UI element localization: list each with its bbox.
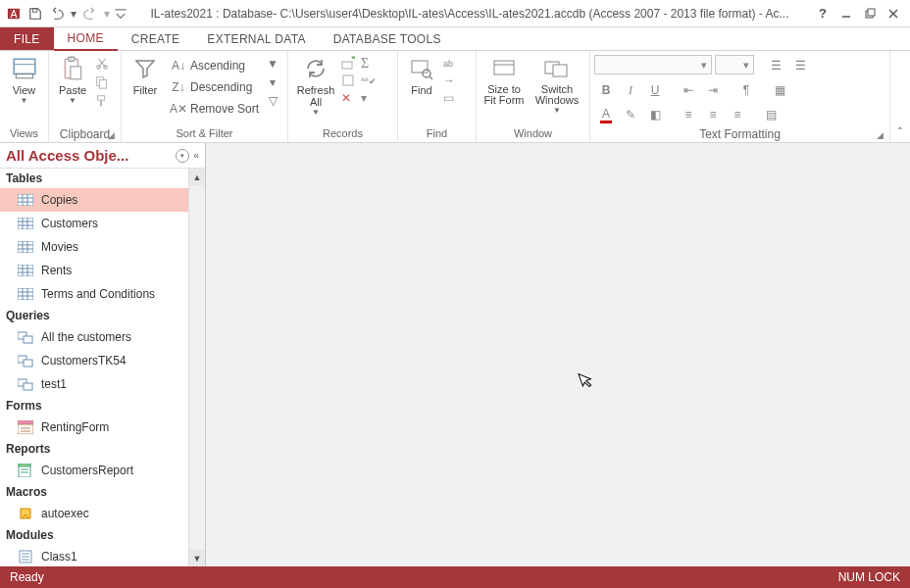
find-button[interactable]: Find — [402, 53, 441, 96]
nav-section-forms[interactable]: Forms« — [0, 396, 205, 416]
alternate-row-color-icon[interactable]: ▤ — [759, 104, 783, 125]
bullets-icon[interactable]: ☰ — [764, 55, 787, 76]
nav-pane-header[interactable]: All Access Obje... ▾ « — [0, 143, 205, 169]
size-to-fit-button[interactable]: Size to Fit Form — [480, 53, 528, 106]
nav-item-test1[interactable]: test1 — [0, 372, 205, 396]
collapse-ribbon-icon[interactable]: ˆ — [890, 51, 910, 142]
filter-button[interactable]: Filter — [126, 53, 165, 96]
nav-item-all-customers[interactable]: All the customers — [0, 325, 205, 349]
report-icon — [18, 464, 33, 477]
nav-section-macros[interactable]: Macros« — [0, 482, 205, 502]
font-family-combo[interactable]: ▾ — [594, 55, 712, 74]
selection-filter-icon[interactable]: ▼ — [265, 56, 280, 72]
quick-access-toolbar: A ▾ ▾ — [0, 4, 127, 24]
redo-icon[interactable] — [80, 4, 100, 24]
highlight-icon[interactable]: ✎ — [619, 104, 642, 125]
italic-icon[interactable]: I — [619, 79, 642, 101]
bold-icon[interactable]: B — [594, 79, 618, 101]
dialog-launcher-icon[interactable]: ◢ — [105, 130, 117, 142]
new-record-icon[interactable]: ✚ — [341, 56, 359, 74]
cut-icon[interactable] — [94, 56, 110, 72]
tab-home[interactable]: HOME — [54, 27, 118, 51]
save-icon[interactable] — [25, 4, 45, 24]
advanced-filter-icon[interactable]: ▾ — [265, 74, 280, 90]
gridlines-icon[interactable]: ▦ — [768, 79, 791, 101]
svg-rect-59 — [24, 336, 32, 343]
align-center-icon[interactable]: ≡ — [701, 104, 725, 125]
nav-collapse-icon[interactable]: « — [193, 150, 199, 161]
nav-item-copies[interactable]: Copies — [0, 188, 205, 212]
tab-file[interactable]: FILE — [0, 27, 54, 50]
close-icon[interactable] — [883, 4, 904, 24]
ascending-button[interactable]: A↓Ascending — [167, 55, 263, 76]
format-painter-icon[interactable] — [94, 93, 110, 109]
nav-section-tables[interactable]: Tables« — [0, 169, 205, 188]
spelling-icon[interactable]: ᴬᴮ✔ — [361, 74, 379, 91]
tab-create[interactable]: CREATE — [118, 27, 194, 50]
more-records-icon[interactable]: ▾ — [361, 91, 379, 109]
undo-icon[interactable] — [47, 4, 67, 24]
numbering-icon[interactable]: ☰ — [788, 55, 812, 76]
nav-item-class1[interactable]: Class1 — [0, 545, 205, 566]
goto-icon[interactable]: → — [443, 74, 463, 91]
text-direction-icon[interactable]: ¶ — [734, 79, 758, 101]
underline-icon[interactable]: U — [643, 79, 667, 101]
nav-item-customerstk54[interactable]: CustomersTK54 — [0, 349, 205, 372]
font-size-combo[interactable]: ▾ — [715, 55, 754, 74]
paste-button[interactable]: Paste ▼ — [53, 53, 92, 105]
nav-section-modules[interactable]: Modules« — [0, 525, 205, 545]
restore-icon[interactable] — [859, 4, 881, 24]
delete-record-icon[interactable]: ✕ — [341, 91, 359, 109]
nav-item-label: Terms and Conditions — [41, 287, 155, 301]
ribbon-tabs: FILE HOME CREATE EXTERNAL DATA DATABASE … — [0, 27, 910, 51]
replace-icon[interactable]: ab — [443, 56, 463, 74]
access-app-icon[interactable]: A — [4, 4, 24, 24]
totals-icon[interactable]: Σ — [361, 56, 379, 74]
window-title: IL-ates2021 : Database- C:\Users\user4\D… — [127, 7, 812, 21]
scroll-track[interactable] — [189, 185, 205, 550]
nav-filter-icon[interactable]: ▾ — [176, 149, 189, 163]
remove-sort-icon: A✕ — [171, 101, 186, 117]
filter-icon — [131, 55, 159, 82]
nav-section-queries[interactable]: Queries« — [0, 306, 205, 325]
nav-item-label: autoexec — [41, 507, 89, 520]
minimize-icon[interactable] — [835, 4, 857, 24]
scroll-up-icon[interactable]: ▲ — [189, 169, 205, 185]
nav-item-customersreport[interactable]: CustomersReport — [0, 459, 205, 482]
nav-section-reports[interactable]: Reports« — [0, 439, 205, 459]
descending-button[interactable]: Z↓Descending — [167, 76, 263, 98]
switch-windows-button[interactable]: Switch Windows ▼ — [530, 53, 584, 115]
select-icon[interactable]: ▭ — [443, 91, 463, 109]
tab-external-data[interactable]: EXTERNAL DATA — [193, 27, 319, 50]
qat-customize-icon[interactable] — [114, 4, 127, 24]
nav-item-rentingform[interactable]: RentingForm — [0, 416, 205, 439]
align-right-icon[interactable]: ≡ — [726, 104, 749, 125]
fill-color-icon[interactable]: ◧ — [643, 104, 667, 125]
align-left-icon[interactable]: ≡ — [677, 104, 700, 125]
view-button[interactable]: View ▼ — [4, 53, 44, 105]
nav-item-rents[interactable]: Rents — [0, 259, 205, 282]
scroll-down-icon[interactable]: ▼ — [189, 550, 205, 566]
indent-increase-icon[interactable]: ⇥ — [701, 79, 725, 101]
nav-item-terms[interactable]: Terms and Conditions — [0, 282, 205, 306]
copy-icon[interactable] — [94, 74, 110, 90]
help-icon[interactable]: ? — [812, 4, 834, 24]
macro-icon — [18, 507, 33, 520]
font-color-icon[interactable]: A — [594, 104, 618, 125]
group-label-find: Find — [402, 127, 472, 142]
group-label-views: Views — [4, 127, 44, 142]
nav-item-customers[interactable]: Customers — [0, 212, 205, 235]
remove-sort-button[interactable]: A✕Remove Sort — [167, 98, 263, 120]
nav-scrollbar[interactable]: ▲ ▼ — [188, 169, 205, 566]
nav-item-movies[interactable]: Movies — [0, 235, 205, 259]
toggle-filter-icon[interactable]: ▽ — [265, 93, 280, 109]
tab-database-tools[interactable]: DATABASE TOOLS — [320, 27, 455, 50]
refresh-all-button[interactable]: Refresh All ▼ — [292, 53, 339, 117]
redo-dropdown-icon[interactable]: ▾ — [102, 4, 112, 24]
save-record-icon[interactable] — [341, 74, 359, 91]
dialog-launcher-icon[interactable]: ◢ — [874, 130, 885, 142]
undo-dropdown-icon[interactable]: ▾ — [69, 4, 78, 24]
indent-decrease-icon[interactable]: ⇤ — [677, 79, 700, 101]
nav-item-autoexec[interactable]: autoexec — [0, 502, 205, 525]
ribbon: View ▼ Views Paste ▼ Clipboard◢ F — [0, 51, 910, 143]
